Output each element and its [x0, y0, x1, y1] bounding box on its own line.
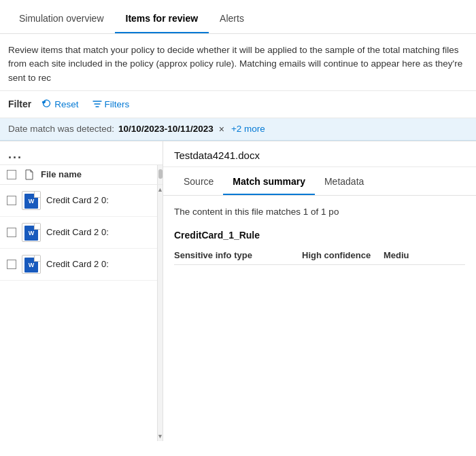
select-all-checkbox[interactable]	[7, 170, 16, 179]
left-panel: ... File name W	[0, 141, 163, 441]
file-name-col-header: File name	[41, 169, 82, 179]
sub-tabs: Source Match summary Metadata	[163, 167, 476, 196]
reset-icon	[42, 99, 52, 109]
sensitive-col-type: Sensitive info type	[174, 250, 302, 260]
file-name-3: Credit Card 2 0:	[46, 259, 109, 269]
date-filter-value: 10/10/2023-10/11/2023	[118, 124, 214, 134]
more-options-button[interactable]: ...	[8, 148, 22, 160]
right-panel-content: The content in this file matches 1 of 1 …	[163, 196, 476, 441]
reset-button[interactable]: Reset	[39, 98, 81, 111]
match-description-text: The content in this file matches 1 of 1 …	[174, 205, 465, 219]
file-name-1: Credit Card 2 0:	[46, 195, 109, 205]
more-filters-button[interactable]: +2 more	[231, 124, 265, 134]
date-filter-close[interactable]: ×	[219, 124, 224, 135]
file-row[interactable]: W Credit Card 2 0:	[0, 217, 163, 249]
word-file-icon-3: W	[22, 255, 41, 274]
top-nav: Simulation overview Items for review Ale…	[0, 0, 476, 34]
file-checkbox-2[interactable]	[7, 228, 16, 237]
filters-icon	[92, 99, 102, 109]
nav-items-for-review[interactable]: Items for review	[115, 5, 209, 33]
date-filter-tag: Date match was detected: 10/10/2023-10/1…	[8, 124, 224, 135]
file-name-2: Credit Card 2 0:	[46, 227, 109, 237]
nav-simulation-overview[interactable]: Simulation overview	[8, 5, 115, 33]
file-title: Testdata4241.docx	[163, 141, 476, 167]
reset-label: Reset	[54, 99, 78, 109]
file-checkbox-1[interactable]	[7, 196, 16, 205]
nav-alerts[interactable]: Alerts	[209, 5, 255, 33]
file-checkbox-3[interactable]	[7, 260, 16, 269]
date-filter-label: Date match was detected:	[8, 124, 114, 134]
file-row[interactable]: W Credit Card 2 0:	[0, 185, 163, 217]
page-description: Review items that match your policy to d…	[0, 34, 476, 91]
word-file-icon-2: W	[22, 223, 41, 242]
file-table-header: File name	[0, 165, 163, 185]
filter-label: Filter	[8, 99, 31, 109]
file-list: W Credit Card 2 0: W Credit Card 2 0:	[0, 185, 163, 441]
scroll-track[interactable]	[157, 165, 163, 184]
word-file-icon-1: W	[22, 191, 41, 210]
filters-button[interactable]: Filters	[90, 98, 133, 111]
tab-match-summary[interactable]: Match summary	[223, 169, 315, 195]
rule-name: CreditCard_1_Rule	[174, 230, 465, 241]
sensitive-col-high: High confidence	[302, 250, 384, 260]
left-panel-header: ...	[0, 141, 163, 165]
sensitive-col-medium: Mediu	[384, 250, 465, 260]
scroll-up-arrow[interactable]: ▲	[157, 186, 163, 193]
right-panel: Testdata4241.docx Source Match summary M…	[163, 141, 476, 441]
list-scroll-track[interactable]: ▲ ▼	[157, 185, 163, 441]
filters-label: Filters	[105, 99, 130, 109]
file-icon-col	[24, 169, 34, 180]
tab-metadata[interactable]: Metadata	[315, 169, 373, 195]
scroll-thumb-top	[158, 169, 163, 179]
file-row[interactable]: W Credit Card 2 0:	[0, 249, 163, 281]
tab-source[interactable]: Source	[174, 169, 223, 195]
scroll-down-arrow[interactable]: ▼	[157, 433, 163, 440]
sensitive-table-header: Sensitive info type High confidence Medi…	[174, 250, 465, 265]
active-filters-row: Date match was detected: 10/10/2023-10/1…	[0, 118, 476, 141]
main-content: ... File name W	[0, 141, 476, 441]
filter-bar: Filter Reset Filters	[0, 91, 476, 118]
